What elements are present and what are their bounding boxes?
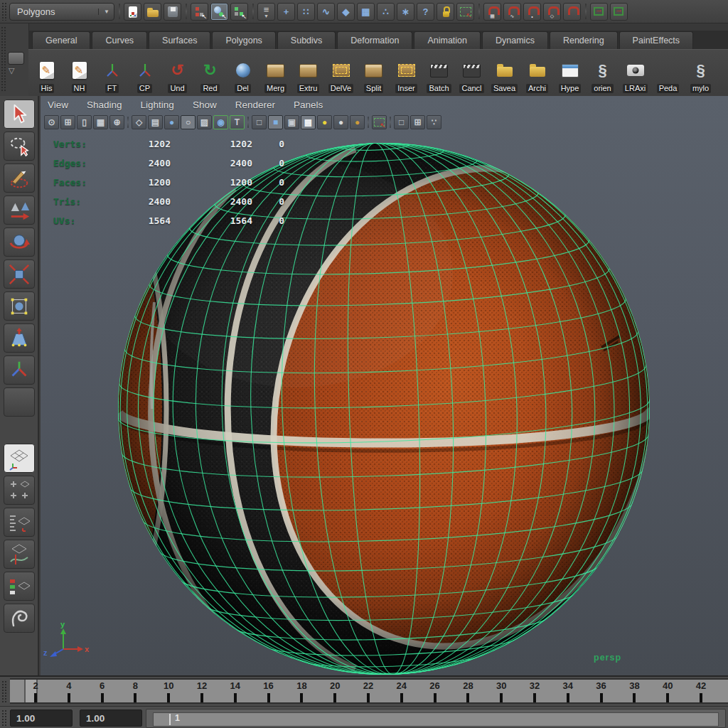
select-tool[interactable] (4, 100, 35, 129)
snap-to-grid-icon[interactable] (483, 3, 501, 21)
universal-manipulator-tool[interactable] (4, 291, 35, 321)
menu-set-dropdown[interactable]: Polygons ▼ (9, 3, 114, 21)
open-scene-icon[interactable] (144, 3, 161, 21)
shelf-button-mylo[interactable]: §mylo (685, 51, 717, 96)
shelf-tab-animation[interactable]: Animation (414, 31, 481, 49)
range-row-grip[interactable] (1, 710, 7, 727)
layout-four-pane-button[interactable] (4, 476, 35, 505)
scale-tool[interactable] (4, 259, 35, 289)
textured-cube-icon[interactable]: ▣ (284, 115, 299, 129)
panel-menu-panels[interactable]: Panels (294, 100, 323, 110)
shelf-tab-subdivs[interactable]: Subdivs (277, 31, 336, 49)
anim-start-field[interactable]: 1.00 (80, 710, 142, 727)
highlight-light-icon[interactable]: ● (350, 115, 365, 129)
shelf-button-inser[interactable]: Inser (390, 51, 422, 96)
grid-icon[interactable]: ▦ (93, 115, 108, 129)
flat-light-icon[interactable]: ● (333, 115, 348, 129)
panel-menu-renderer[interactable]: Renderer (235, 100, 275, 110)
shelf-tab-curves[interactable]: Curves (92, 31, 147, 49)
layout-persp-outliner-button[interactable] (4, 508, 35, 537)
snap-to-plane-icon[interactable] (543, 3, 561, 21)
shelf-button-hype[interactable]: Hype (554, 51, 586, 96)
layout-hypergraph-button[interactable] (4, 572, 35, 601)
last-tool-slot[interactable] (4, 387, 35, 417)
new-scene-icon[interactable] (124, 3, 141, 21)
shelf-button-savea[interactable]: Savea (488, 51, 520, 96)
range-start-handle[interactable] (169, 714, 171, 725)
highlight-selection-icon[interactable]: ↖ (456, 3, 474, 21)
maya-logo-button[interactable] (4, 604, 35, 633)
multi-pane-icon[interactable]: ⊞ (410, 115, 425, 129)
snap-magnet-icon[interactable] (563, 3, 581, 21)
panel-menu-view[interactable]: View (48, 100, 68, 110)
toolbar-grip[interactable] (1, 2, 7, 21)
shelf-button-lraxi[interactable]: LRAxi (619, 51, 651, 96)
ambient-light-icon[interactable]: ● (317, 115, 332, 129)
shelf-button-orien[interactable]: §orien (587, 51, 619, 96)
panel-menu-show[interactable]: Show (193, 100, 217, 110)
paint-select-tool[interactable] (4, 164, 35, 193)
shelf-tab-deformation[interactable]: Deformation (337, 31, 412, 49)
panel-menu-shading[interactable]: Shading (87, 100, 122, 110)
mask-dynamics-icon[interactable]: ∴ (377, 3, 395, 21)
shelf-tab-general[interactable]: General (32, 31, 90, 49)
playback-start-field[interactable]: 1.00 (10, 710, 73, 727)
select-hierarchy-mode-icon[interactable]: ↖ (191, 3, 208, 21)
shelf-button-und[interactable]: ↺Und (161, 51, 193, 96)
save-scene-icon[interactable] (164, 3, 181, 21)
shelf-button-cancl[interactable]: Cancl (456, 51, 488, 96)
xray-icon[interactable]: ▨ (197, 115, 212, 129)
snap-to-point-icon[interactable] (523, 3, 541, 21)
shelf-tab-dynamics[interactable]: Dynamics (482, 31, 548, 49)
rotate-tool[interactable] (4, 228, 35, 257)
viewport-highlight-select-icon[interactable]: ↖ (372, 115, 387, 129)
shelf-button-ft[interactable]: FT (96, 51, 128, 96)
shelf-tab-surfaces[interactable]: Surfaces (149, 31, 210, 49)
shelf-button-extru[interactable]: Extru (292, 51, 324, 96)
wireframe-on-shaded-icon[interactable]: □ (394, 115, 409, 129)
smooth-shade-cube-icon[interactable]: ■ (268, 115, 283, 129)
chevron-down-icon[interactable]: ▽ (9, 66, 14, 75)
soft-modification-tool[interactable] (4, 323, 35, 353)
mask-points-icon[interactable]: ∷ (297, 3, 315, 21)
textured-display-icon[interactable]: T (230, 115, 245, 129)
wireframe-display-icon[interactable]: ○ (181, 115, 196, 129)
time-slider-track[interactable]: 2468101214161820222426283032343638404244 (10, 678, 728, 704)
panel-menu-lighting[interactable]: Lighting (141, 100, 174, 110)
shelf-tab-polygons[interactable]: Polygons (212, 31, 275, 49)
time-slider-grip[interactable] (1, 680, 7, 703)
pan-zoom-camera-icon[interactable]: ⊙ (44, 115, 59, 129)
shaded-display-icon[interactable]: ● (164, 115, 179, 129)
shelf-tab-painteffects[interactable]: PaintEffects (619, 31, 693, 49)
lasso-select-tool[interactable] (4, 132, 35, 161)
share-view-icon[interactable]: ∵ (427, 115, 441, 129)
shelf-button-cp[interactable]: CP (129, 51, 161, 96)
shelf-button-peda[interactable]: Peda (652, 51, 684, 96)
bookmarks-icon[interactable]: ▯ (77, 115, 92, 129)
shelf-button-nh[interactable]: ✎NH (63, 51, 95, 96)
lock-selection-icon[interactable] (437, 3, 454, 21)
snap-to-curve-icon[interactable] (503, 3, 521, 21)
default-material-icon[interactable]: ◉ (213, 115, 228, 129)
move-tool[interactable] (4, 196, 35, 225)
input-connections-icon[interactable]: → (590, 3, 608, 21)
shelf-button-del[interactable]: Del (227, 51, 259, 96)
range-slider[interactable]: 1 (146, 709, 726, 728)
output-connections-icon[interactable]: → (610, 3, 628, 21)
film-gate-icon[interactable]: ▤ (148, 115, 163, 129)
shelf-collapse-button[interactable] (8, 52, 24, 65)
range-slider-bar[interactable]: 1 (153, 712, 719, 727)
mask-handles-icon[interactable]: + (277, 3, 295, 21)
camera-attributes-icon[interactable]: ⊞ (60, 115, 75, 129)
shelf-button-red[interactable]: ↻Red (194, 51, 226, 96)
mask-surfaces-icon[interactable]: ◆ (337, 3, 355, 21)
show-manipulator-tool[interactable] (4, 355, 35, 385)
shelf-tab-rendering[interactable]: Rendering (550, 31, 618, 49)
layout-single-pane-button[interactable] (4, 444, 35, 473)
isolate-select-icon[interactable]: ◇ (132, 115, 146, 129)
shelf-button-merg[interactable]: Merg (259, 51, 291, 96)
mask-deformations-icon[interactable]: ▦ (357, 3, 375, 21)
shelf-button-r[interactable]: r (717, 51, 728, 96)
shelf-button-delve[interactable]: DelVe (325, 51, 357, 96)
selection-mask-all-icon[interactable]: ≡ (257, 3, 275, 21)
